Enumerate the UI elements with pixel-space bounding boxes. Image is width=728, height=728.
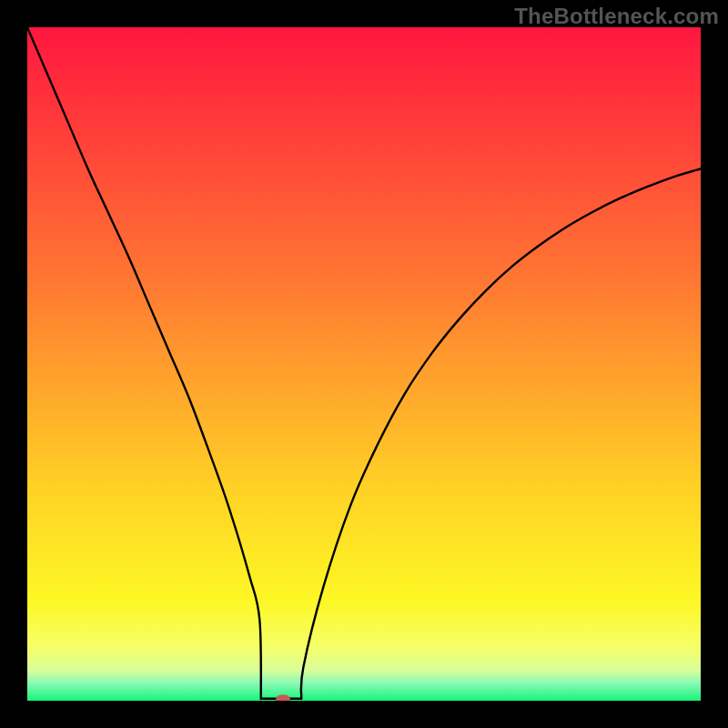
chart-frame: TheBottleneck.com	[0, 0, 728, 728]
optimal-point-marker	[276, 694, 290, 701]
bottleneck-curve	[27, 27, 701, 701]
watermark-text: TheBottleneck.com	[514, 4, 719, 29]
plot-area	[27, 27, 701, 701]
